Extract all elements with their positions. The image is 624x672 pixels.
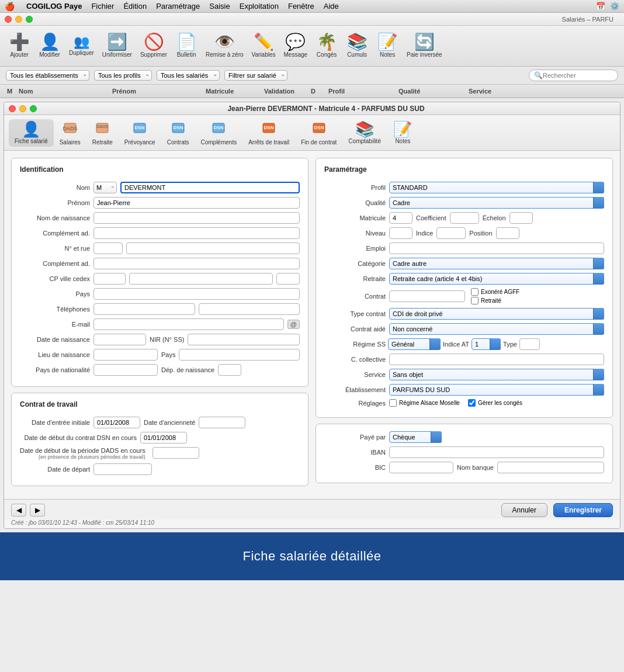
toolbar-message[interactable]: 💬 Message	[280, 32, 311, 60]
calendar-icon[interactable]: 📅	[596, 2, 605, 11]
date-depart-input[interactable]	[93, 463, 152, 475]
toolbar-remise[interactable]: 👁️ Remise à zéro	[202, 32, 247, 60]
nir-input[interactable]	[188, 334, 300, 345]
toolbar-dupliquer[interactable]: 👥 Dupliquer	[65, 33, 98, 58]
toolbar-notes[interactable]: 📝 Notes	[373, 32, 402, 60]
app-name[interactable]: COGILOG Paye	[26, 2, 82, 11]
regime-ss-select[interactable]: Général	[388, 338, 441, 350]
apple-icon[interactable]: 🍎	[5, 2, 15, 11]
complement-ad2-input[interactable]	[93, 258, 300, 269]
tab-arrets-travail[interactable]: DSN Arrêts de travail	[242, 117, 295, 148]
tel2-input[interactable]	[199, 303, 300, 315]
tab-fiche-salarie[interactable]: 👤 Fiche salarié	[9, 119, 54, 147]
toolbar-ajouter[interactable]: ➕ Ajouter	[5, 32, 34, 60]
cedex-input[interactable]	[276, 273, 300, 285]
pays-input[interactable]	[93, 288, 300, 300]
tab-salaires[interactable]: DADS Salaires	[54, 117, 86, 148]
nom-naissance-input[interactable]	[93, 212, 300, 224]
retraite-select[interactable]: Retraite cadre (article 4 et 4bis)	[389, 273, 604, 285]
nom-banque-input[interactable]	[497, 462, 604, 473]
tab-notes[interactable]: 📝 Notes	[387, 119, 419, 147]
niveau-input[interactable]	[389, 227, 412, 239]
tab-retraite[interactable]: DADS Retraite	[86, 117, 119, 148]
civility-select[interactable]: M	[93, 182, 117, 193]
save-button[interactable]: Enregistrer	[553, 503, 613, 517]
menu-exploitation[interactable]: Exploitation	[240, 2, 279, 11]
menu-saisie[interactable]: Saisie	[209, 2, 230, 11]
date-naissance-input[interactable]	[93, 334, 146, 345]
col-nom[interactable]: Nom	[16, 86, 110, 96]
tab-contrats[interactable]: DSN Contrats	[161, 117, 195, 148]
emp-minimize-button[interactable]	[19, 105, 26, 112]
close-button[interactable]	[5, 16, 12, 23]
service-select[interactable]: Sans objet	[389, 369, 604, 380]
matricule-input[interactable]	[389, 212, 412, 224]
etablissement-select[interactable]: PARFUMS DU SUD	[389, 384, 604, 396]
contrat-input[interactable]	[389, 290, 465, 302]
menu-edition[interactable]: Édition	[123, 2, 147, 11]
search-input[interactable]	[543, 72, 613, 79]
numero-input[interactable]	[93, 243, 123, 254]
alsace-moselle-checkbox[interactable]	[389, 399, 397, 407]
toolbar-cumuls[interactable]: 📚 Cumuls	[342, 32, 372, 60]
menu-aide[interactable]: Aide	[324, 2, 339, 11]
emploi-input[interactable]	[389, 243, 604, 254]
dep-naissance-input[interactable]	[218, 364, 241, 376]
toolbar-variables[interactable]: ✏️ Variables	[248, 32, 279, 60]
profils-filter[interactable]: Tous les profils	[94, 70, 152, 81]
toolbar-paie-inversee[interactable]: 🔄 Paie inversée	[403, 32, 446, 60]
categorie-select[interactable]: Cadre autre	[389, 258, 604, 269]
toolbar-supprimer[interactable]: 🚫 Supprimer	[137, 32, 171, 60]
paye-par-select[interactable]: Chèque	[389, 431, 442, 443]
complement-ad-input[interactable]	[93, 227, 300, 239]
nom-input[interactable]	[120, 182, 300, 193]
profil-select[interactable]: STANDARD	[389, 182, 604, 193]
indice-at-select[interactable]: 1	[472, 338, 501, 350]
emp-close-button[interactable]	[9, 105, 16, 112]
at-button[interactable]: @	[287, 320, 300, 329]
exonere-agff-checkbox[interactable]	[471, 288, 479, 296]
etablissement-filter[interactable]: Tous les établissements	[6, 70, 89, 81]
tab-prevoyance[interactable]: DSN Prévoyance	[119, 117, 161, 148]
cancel-button[interactable]: Annuler	[501, 503, 547, 517]
next-arrow[interactable]: ▶	[30, 504, 45, 517]
gerer-conges-checkbox[interactable]	[468, 399, 476, 407]
toolbar-modifier[interactable]: 👤 Modifier	[35, 32, 64, 60]
bic-input[interactable]	[389, 462, 453, 473]
menu-fichier[interactable]: Fichier	[91, 2, 114, 11]
menu-parametrage[interactable]: Paramétrage	[156, 2, 200, 11]
type-input[interactable]	[519, 338, 540, 350]
toolbar-bulletin[interactable]: 📄 Bulletin	[172, 32, 201, 60]
salaries-filter[interactable]: Tous les salariés	[157, 70, 220, 81]
maximize-button[interactable]	[26, 16, 33, 23]
coefficient-input[interactable]	[450, 212, 479, 224]
tab-comptabilite[interactable]: 📚 Comptabilité	[342, 119, 387, 147]
toolbar-conges[interactable]: 🌴 Congés	[312, 32, 341, 60]
type-contrat-select[interactable]: CDI de droit privé	[389, 308, 604, 320]
toolbar-uniformiser[interactable]: ➡️ Uniformiser	[99, 32, 136, 60]
date-debut-dads-input[interactable]	[152, 447, 199, 459]
cp-input[interactable]	[93, 273, 126, 285]
echelon-input[interactable]	[509, 212, 533, 224]
c-collective-input[interactable]	[389, 354, 604, 365]
date-entree-input[interactable]	[93, 417, 140, 428]
date-anciennete-input[interactable]	[199, 417, 245, 428]
rue-input[interactable]	[126, 243, 300, 254]
contrat-aide-select[interactable]: Non concerné	[389, 323, 604, 335]
retraite-checkbox[interactable]	[471, 297, 479, 304]
gear-icon[interactable]: ⚙️	[610, 2, 619, 11]
tab-complements[interactable]: DSN Compléments	[195, 117, 242, 148]
date-debut-dsn-input[interactable]	[140, 432, 187, 444]
emp-maximize-button[interactable]	[30, 105, 37, 112]
indice-input[interactable]	[436, 227, 466, 239]
position-input[interactable]	[496, 227, 519, 239]
filtrer-filter[interactable]: Filtrer sur salarié	[224, 70, 287, 81]
minimize-button[interactable]	[15, 16, 22, 23]
prev-arrow[interactable]: ◀	[11, 504, 26, 517]
email-input[interactable]	[93, 318, 284, 330]
prenom-input[interactable]	[93, 197, 300, 209]
pays-nationalite-input[interactable]	[93, 364, 158, 376]
lieu-naissance-input[interactable]	[93, 349, 158, 361]
menu-fenetre[interactable]: Fenêtre	[288, 2, 314, 11]
tab-fin-contrat[interactable]: DSN Fin de contrat	[295, 117, 342, 148]
